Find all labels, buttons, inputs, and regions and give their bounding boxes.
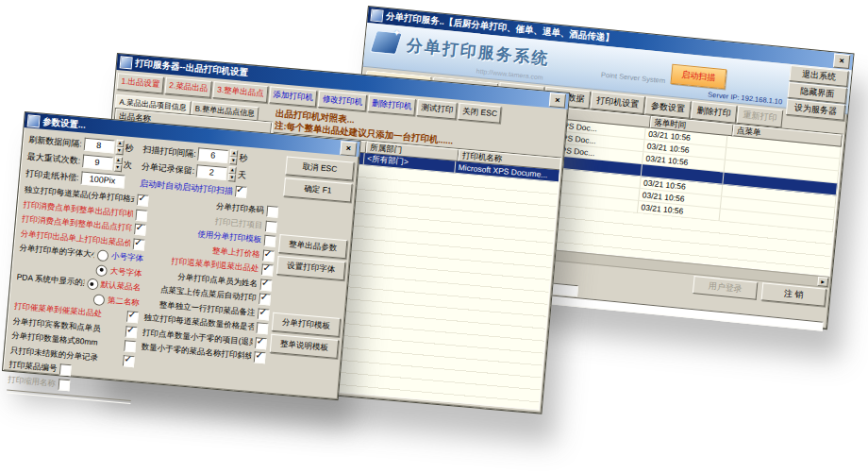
scan-interval-label: 扫描打印间隔: xyxy=(142,144,196,160)
keep-unit: 天 xyxy=(237,168,246,181)
whole-order-params-button[interactable]: 整单出品参数 xyxy=(278,234,347,259)
printer-app-icon xyxy=(120,56,133,69)
spin-down-icon[interactable]: ▼ xyxy=(229,157,238,165)
scan-interval-input[interactable]: 6 xyxy=(197,147,228,163)
params-app-icon xyxy=(27,114,41,127)
second-name-radio[interactable] xyxy=(92,294,105,306)
close-esc-button[interactable]: 关闭 ESC xyxy=(458,103,501,124)
checkbox-disabled xyxy=(265,220,277,232)
keep-spinner[interactable]: ▲▼ xyxy=(227,166,236,182)
checkbox-columns: 独立打印每道菜品(分单打印格式) 打印消费点单到整单出品打印机处 打印消费点单到… xyxy=(7,183,278,415)
scroll-right-icon[interactable]: ► xyxy=(817,277,828,287)
retry-unit: 次 xyxy=(123,159,132,172)
ok-button[interactable]: 确定 F1 xyxy=(283,177,352,202)
whole-order-note-template-button[interactable]: 整单说明模板 xyxy=(270,334,339,359)
params-body: 刷新数据间隔: 8 ▲▼ 秒 最大重试次数: 9 ▲▼ 次 打印走纸补偿: 10… xyxy=(1,127,359,426)
set-print-font-button[interactable]: 设置打印字体 xyxy=(276,256,345,280)
default-name-radio[interactable] xyxy=(86,279,98,291)
left-check-column: 独立打印每道菜品(分单打印格式) 打印消费点单到整单出品打印机处 打印消费点单到… xyxy=(7,183,149,404)
max-retry-input[interactable]: 9 xyxy=(82,155,113,171)
large-font-label: 大号字体 xyxy=(109,265,142,279)
checkbox[interactable] xyxy=(259,279,272,291)
app-icon xyxy=(370,8,383,22)
checkbox[interactable] xyxy=(137,194,149,207)
delete-printer-button[interactable]: 删除打印机 xyxy=(367,94,416,115)
cancel-button[interactable]: 取消 ESC xyxy=(285,156,354,180)
retry-spinner[interactable]: ▲▼ xyxy=(113,157,122,173)
checkbox[interactable] xyxy=(264,235,276,247)
checkbox[interactable] xyxy=(258,308,270,320)
spacer xyxy=(280,199,351,237)
system-button-stack: 退出系统 隐藏界面 设为服务器 xyxy=(786,65,849,121)
brand-subtitle: Point Server System xyxy=(601,70,666,85)
record-keep-input[interactable]: 2 xyxy=(196,164,227,180)
parameter-settings-window: 参数设置... × 刷新数据间隔: 8 ▲▼ 秒 最大重试次数: 9 ▲▼ 次 xyxy=(2,111,361,400)
close-icon[interactable]: × xyxy=(340,141,357,156)
checkbox[interactable] xyxy=(123,355,135,367)
scan-unit: 秒 xyxy=(239,152,248,165)
add-printer-button[interactable]: 添加打印机 xyxy=(269,86,318,107)
checkbox[interactable] xyxy=(255,337,267,349)
checkbox[interactable] xyxy=(266,206,278,218)
brand-title: 分单打印服务系统 xyxy=(406,34,551,70)
checkbox[interactable] xyxy=(261,264,274,277)
check-label-disabled: 打印缩用名称 xyxy=(8,374,57,389)
checkbox[interactable] xyxy=(133,238,145,250)
default-name-label: 默认菜品名 xyxy=(100,279,141,295)
paper-feed-label: 打印走纸补偿: xyxy=(25,167,79,184)
small-font-radio[interactable] xyxy=(96,250,108,262)
autostart-scan-checkbox[interactable] xyxy=(234,186,246,198)
brand-url: http://www.tamera.com xyxy=(476,68,543,81)
spacer xyxy=(274,278,344,315)
paper-feed-input[interactable]: 100Pix xyxy=(80,171,125,188)
checkbox-disabled xyxy=(58,379,70,391)
large-font-radio[interactable] xyxy=(95,264,108,277)
start-scan-button[interactable]: 启动扫描 xyxy=(670,64,726,90)
split-print-template-button[interactable]: 分单打印模板 xyxy=(272,313,341,337)
checkbox[interactable] xyxy=(59,364,72,377)
test-print-button[interactable]: 测试打印 xyxy=(417,99,458,120)
second-name-label: 第二名称 xyxy=(107,295,140,309)
checkbox[interactable] xyxy=(262,249,275,262)
refresh-interval-input[interactable]: 8 xyxy=(83,138,114,154)
step2-dish-output-button[interactable]: 2.菜品出品 xyxy=(164,77,211,98)
sparkle-icon: ✦ xyxy=(392,27,401,39)
max-retry-label: 最大重试次数: xyxy=(26,150,80,167)
refresh-interval-label: 刷新数据间隔: xyxy=(28,133,82,150)
spin-down-icon[interactable]: ▼ xyxy=(115,147,124,156)
checkbox[interactable] xyxy=(256,323,268,335)
checkbox[interactable] xyxy=(126,312,139,324)
spin-down-icon[interactable]: ▼ xyxy=(227,174,236,182)
small-font-label: 小号字体 xyxy=(110,251,143,265)
step3-whole-order-point-button[interactable]: 3.整单出品点 xyxy=(212,81,268,103)
close-icon[interactable]: × xyxy=(549,93,566,108)
record-keep-label: 分单记录保留: xyxy=(141,160,194,177)
modify-printer-button[interactable]: 修改打印机 xyxy=(318,91,367,111)
refresh-unit: 秒 xyxy=(125,142,134,155)
close-icon[interactable]: × xyxy=(833,53,850,69)
scan-spinner[interactable]: ▲▼ xyxy=(229,149,238,165)
checkbox[interactable] xyxy=(124,340,136,352)
right-check-column: 分单打印条码 打印已打项目 使用分单打印模板 整单上打价格 打印退菜单到退菜出品… xyxy=(136,194,278,415)
params-main: 刷新数据间隔: 8 ▲▼ 秒 最大重试次数: 9 ▲▼ 次 打印走纸补偿: 10… xyxy=(7,132,283,415)
checkbox[interactable] xyxy=(135,209,147,221)
checkbox[interactable] xyxy=(254,351,266,363)
step1-output-setup-button[interactable]: 1.出品设置 xyxy=(117,73,164,93)
refresh-spinner[interactable]: ▲▼ xyxy=(115,140,124,156)
checkbox[interactable] xyxy=(134,224,146,236)
spin-down-icon[interactable]: ▼ xyxy=(113,163,122,172)
checkbox[interactable] xyxy=(125,326,138,338)
checkbox[interactable] xyxy=(259,294,271,306)
